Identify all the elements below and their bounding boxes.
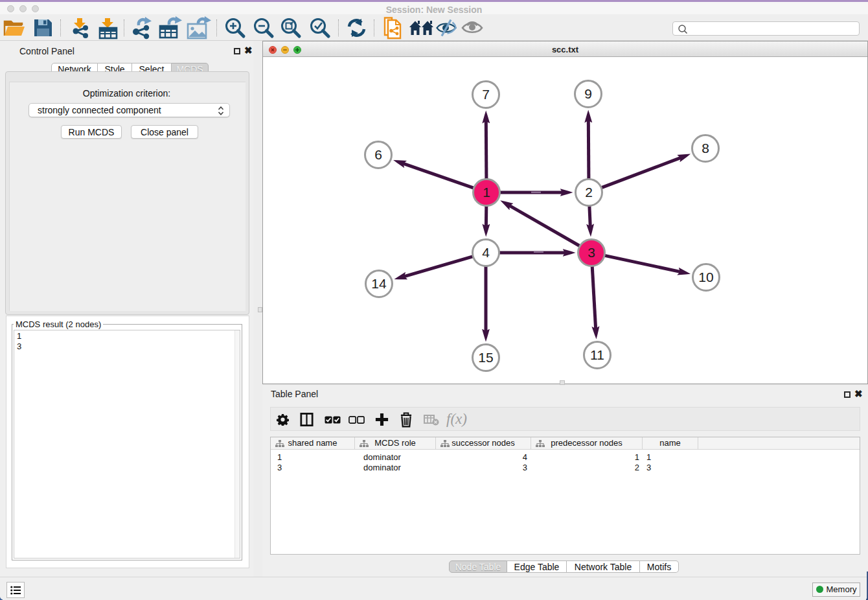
svg-text:10: 10: [698, 270, 713, 284]
svg-text:6: 6: [374, 147, 382, 162]
svg-text:15: 15: [478, 350, 493, 365]
svg-text:7: 7: [482, 87, 490, 102]
svg-text:11: 11: [590, 347, 604, 362]
svg-text:1: 1: [483, 185, 490, 200]
svg-text:3: 3: [588, 245, 595, 260]
svg-text:14: 14: [371, 276, 387, 291]
svg-text:9: 9: [584, 86, 592, 101]
svg-text:8: 8: [702, 141, 709, 156]
svg-text:4: 4: [482, 245, 490, 260]
svg-text:2: 2: [585, 185, 593, 200]
